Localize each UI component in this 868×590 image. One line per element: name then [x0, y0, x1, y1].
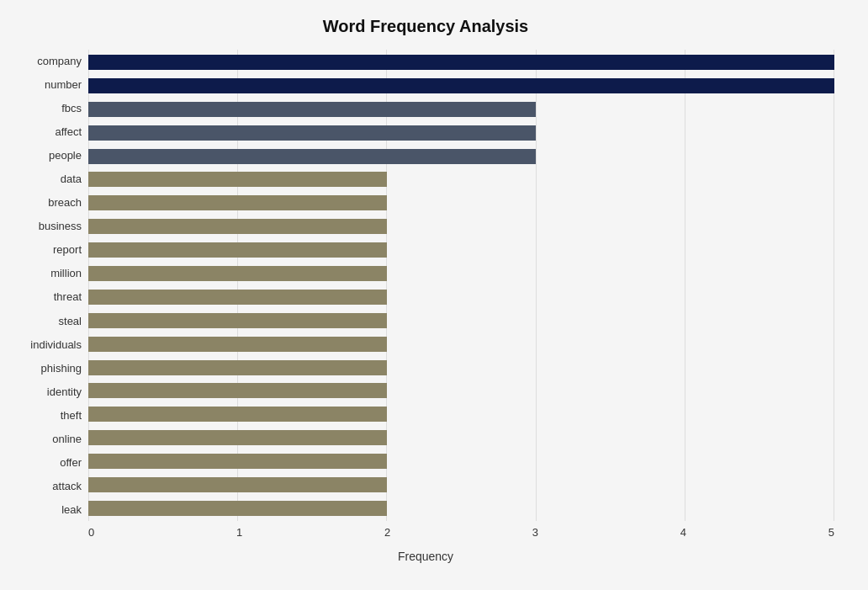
bar: [88, 172, 387, 187]
y-label: number: [45, 73, 88, 96]
bar-row: [88, 124, 834, 142]
bar: [88, 454, 387, 469]
bar: [88, 219, 387, 234]
bar: [88, 55, 834, 70]
bar: [88, 477, 387, 492]
bar: [88, 383, 387, 398]
y-labels: companynumberfbcsaffectpeopledatabreachb…: [17, 50, 88, 546]
x-tick: 0: [88, 526, 94, 539]
bar: [88, 266, 387, 281]
plot-area: 012345: [88, 50, 834, 546]
x-tick: 4: [680, 526, 686, 539]
y-label: online: [52, 428, 88, 450]
bar: [88, 242, 387, 258]
bar-row: [88, 359, 834, 377]
bar-row: [88, 335, 834, 353]
bar: [88, 430, 387, 445]
bar: [88, 149, 536, 164]
x-axis-title: Frequency: [398, 550, 453, 563]
y-label: offer: [60, 451, 88, 474]
y-label: affect: [55, 120, 88, 143]
y-label: identity: [47, 380, 88, 403]
bar-row: [88, 217, 834, 236]
bar-row: [88, 264, 834, 283]
bar: [88, 501, 387, 516]
bar-row: [88, 100, 834, 119]
bottom-section: Frequency: [17, 546, 834, 563]
bars-wrapper: [88, 50, 834, 521]
x-tick: 2: [384, 526, 390, 539]
bar-row: [88, 77, 834, 95]
bar-row: [88, 241, 834, 259]
chart-title: Word Frequency Analysis: [17, 17, 834, 36]
y-label: breach: [48, 191, 88, 214]
bar-row: [88, 381, 834, 400]
x-tick: 3: [532, 526, 538, 539]
bar-row: [88, 147, 834, 166]
chart-area: companynumberfbcsaffectpeopledatabreachb…: [17, 50, 834, 546]
bar: [88, 78, 834, 93]
bar: [88, 195, 387, 210]
bar-row: [88, 288, 834, 306]
y-label: individuals: [30, 333, 88, 356]
bar-row: [88, 452, 834, 470]
x-tick: 1: [236, 526, 242, 539]
bar: [88, 337, 387, 352]
bar: [88, 407, 387, 422]
y-label: company: [37, 50, 88, 72]
bar: [88, 102, 536, 117]
y-label: phishing: [41, 357, 88, 380]
chart-container: Word Frequency Analysis companynumberfbc…: [0, 0, 868, 590]
bar: [88, 125, 536, 141]
y-label: data: [61, 167, 88, 190]
x-tick: 5: [828, 526, 834, 539]
y-label: theft: [61, 404, 88, 427]
y-label: fbcs: [61, 97, 88, 120]
y-label: business: [39, 215, 88, 237]
y-label: threat: [54, 285, 88, 308]
bar-row: [88, 194, 834, 212]
y-label: steal: [59, 310, 88, 332]
bar-row: [88, 170, 834, 189]
x-axis-labels: 012345: [88, 523, 834, 546]
y-label: leak: [61, 498, 88, 521]
bar-row: [88, 476, 834, 494]
y-label: million: [50, 262, 88, 284]
bar: [88, 313, 387, 328]
bar-row: [88, 428, 834, 447]
bar-row: [88, 499, 834, 518]
bar-row: [88, 311, 834, 330]
y-label: people: [49, 144, 88, 167]
bar-row: [88, 405, 834, 423]
y-label: attack: [52, 475, 88, 497]
bar-row: [88, 53, 834, 72]
bar: [88, 360, 387, 375]
y-label: report: [53, 238, 88, 261]
bar: [88, 290, 387, 305]
